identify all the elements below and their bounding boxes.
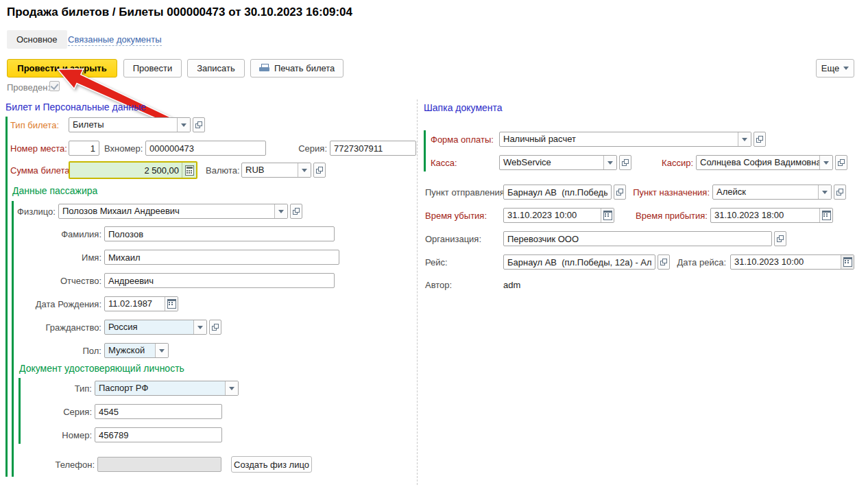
route-date-input[interactable]: 31.10.2023 10:00 bbox=[730, 254, 854, 270]
post-button[interactable]: Провести bbox=[123, 59, 182, 78]
currency-dropdown-icon[interactable] bbox=[298, 163, 311, 177]
ticket-type-dropdown-icon[interactable] bbox=[177, 118, 190, 132]
cashier-combo[interactable]: Солнцева София Вадимовна bbox=[696, 155, 833, 170]
payment-form-dropdown-icon[interactable] bbox=[738, 132, 751, 146]
cash-desk-dropdown-icon[interactable] bbox=[603, 156, 616, 169]
save-label: Записать bbox=[197, 63, 235, 73]
middle-name-input[interactable] bbox=[104, 273, 335, 288]
citizenship-dropdown-icon[interactable] bbox=[193, 320, 206, 334]
post-label: Провести bbox=[133, 63, 173, 73]
ticket-type-combo[interactable]: Билеты bbox=[69, 117, 191, 132]
section-passenger-data: Данные пассажира bbox=[12, 185, 97, 196]
last-name-input[interactable] bbox=[104, 226, 335, 241]
open-icon bbox=[836, 189, 843, 195]
organization-open-button[interactable] bbox=[774, 231, 786, 246]
payment-form-label: Форма оплаты: bbox=[431, 134, 496, 145]
arrival-time-calendar-button[interactable] bbox=[819, 209, 832, 222]
route-open-button[interactable] bbox=[658, 254, 670, 270]
tab-main[interactable]: Основное bbox=[7, 30, 67, 49]
create-person-label: Создать физ лицо bbox=[234, 460, 309, 470]
doc-type-dropdown-icon[interactable] bbox=[225, 381, 238, 395]
departure-point-input[interactable] bbox=[503, 185, 612, 200]
doc-type-value: Паспорт РФ bbox=[95, 381, 225, 395]
currency-open-button[interactable] bbox=[313, 163, 326, 178]
author-label: Автор: bbox=[425, 280, 501, 290]
group-bar-payment bbox=[424, 130, 426, 171]
calendar-icon bbox=[843, 257, 852, 267]
save-button[interactable]: Записать bbox=[187, 59, 245, 78]
cashier-dropdown-icon[interactable] bbox=[819, 156, 832, 169]
tab-related-documents[interactable]: Связанные документы bbox=[68, 34, 162, 46]
cashier-open-button[interactable] bbox=[835, 155, 847, 170]
calendar-icon bbox=[603, 211, 612, 220]
payment-form-combo[interactable]: Наличный расчет bbox=[499, 132, 751, 147]
person-value: Полозов Михаил Андреевич bbox=[59, 204, 274, 218]
open-icon bbox=[777, 235, 784, 242]
page-title: Продажа билетов / Билеты 000000473 от 30… bbox=[7, 5, 352, 19]
organization-input[interactable] bbox=[503, 231, 772, 246]
doc-type-combo[interactable]: Паспорт РФ bbox=[95, 381, 239, 396]
more-label: Еще bbox=[821, 63, 839, 73]
gender-value: Мужской bbox=[105, 344, 155, 357]
ticket-series-input[interactable] bbox=[330, 141, 416, 156]
currency-label: Валюта: bbox=[206, 165, 239, 176]
gender-dropdown-icon[interactable] bbox=[155, 344, 168, 357]
birth-date-calendar-button[interactable] bbox=[165, 297, 178, 311]
person-combo[interactable]: Полозов Михаил Андреевич bbox=[58, 204, 288, 219]
departure-point-label: Пункт отправления: bbox=[425, 187, 501, 198]
posted-checkbox[interactable] bbox=[49, 81, 60, 91]
arrival-time-input[interactable]: 31.10.2023 18:00 bbox=[710, 208, 833, 223]
currency-combo[interactable]: RUB bbox=[241, 163, 311, 178]
departure-point-open-button[interactable] bbox=[614, 185, 626, 200]
cashier-label: Кассир: bbox=[647, 158, 693, 168]
doc-series-input[interactable] bbox=[95, 404, 222, 419]
cashier-value: Солнцева София Вадимовна bbox=[697, 156, 819, 169]
organization-label: Организация: bbox=[425, 234, 501, 244]
ticket-type-open-button[interactable] bbox=[193, 117, 205, 132]
section-document-header: Шапка документа bbox=[424, 102, 503, 113]
citizenship-combo[interactable]: Россия bbox=[104, 320, 207, 335]
create-person-button[interactable]: Создать физ лицо bbox=[231, 456, 312, 473]
ticket-amount-input[interactable]: 2 500,00 bbox=[69, 161, 197, 179]
destination-point-open-button[interactable] bbox=[834, 185, 846, 200]
seat-number-input[interactable] bbox=[69, 141, 99, 156]
doc-number-input[interactable] bbox=[95, 427, 222, 442]
doc-number-label: Номер: bbox=[10, 430, 92, 440]
cash-desk-value: WebService bbox=[500, 156, 603, 169]
more-button[interactable]: Еще bbox=[816, 59, 854, 78]
cash-desk-combo[interactable]: WebService bbox=[499, 155, 617, 170]
destination-point-value: Алейск bbox=[713, 185, 818, 199]
in-number-label: Вхномер: bbox=[104, 143, 143, 154]
person-dropdown-icon[interactable] bbox=[274, 204, 287, 218]
ticket-type-value: Билеты bbox=[69, 118, 177, 132]
departure-time-calendar-button[interactable] bbox=[601, 209, 614, 222]
print-label: Печать билета bbox=[274, 63, 335, 73]
citizenship-open-button[interactable] bbox=[209, 320, 221, 335]
first-name-input[interactable] bbox=[104, 250, 339, 265]
posted-label: Проведен: bbox=[7, 82, 50, 93]
route-label: Рейс: bbox=[425, 257, 501, 268]
person-label: Физлицо: bbox=[17, 206, 56, 217]
destination-point-label: Пункт назначения: bbox=[633, 187, 710, 198]
person-open-button[interactable] bbox=[290, 204, 302, 219]
departure-time-input[interactable]: 31.10.2023 10:00 bbox=[503, 208, 614, 223]
route-input[interactable] bbox=[503, 254, 655, 270]
phone-input bbox=[97, 457, 221, 472]
column-separator bbox=[417, 99, 418, 485]
seat-number-label: Номер места: bbox=[10, 143, 69, 154]
calculator-button[interactable] bbox=[182, 163, 196, 178]
gender-combo[interactable]: Мужской bbox=[104, 343, 169, 358]
citizenship-value: Россия bbox=[105, 320, 193, 334]
birth-date-input[interactable]: 11.02.1987 bbox=[104, 296, 178, 311]
destination-point-combo[interactable]: Алейск bbox=[712, 185, 832, 200]
destination-point-dropdown-icon[interactable] bbox=[818, 185, 831, 199]
print-ticket-button[interactable]: Печать билета bbox=[250, 59, 343, 78]
open-icon bbox=[316, 167, 323, 174]
in-number-input[interactable] bbox=[145, 141, 266, 156]
payment-form-open-button[interactable] bbox=[754, 132, 766, 147]
doc-type-label: Тип: bbox=[10, 383, 92, 394]
cash-desk-label: Касса: bbox=[431, 158, 496, 168]
post-and-close-button[interactable]: Провести и закрыть bbox=[7, 59, 117, 78]
ticket-series-label: Серия: bbox=[297, 143, 327, 154]
cash-desk-open-button[interactable] bbox=[619, 155, 631, 170]
